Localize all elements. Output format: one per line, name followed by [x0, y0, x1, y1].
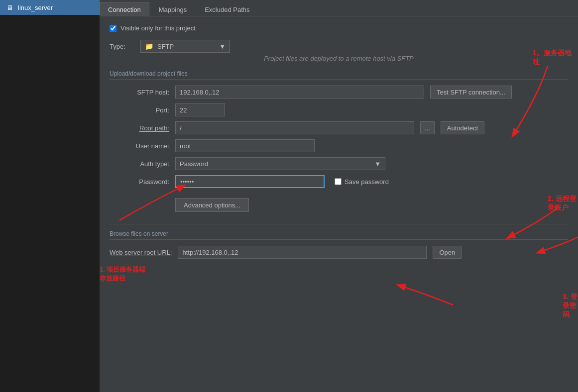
tab-excluded-paths[interactable]: Excluded Paths [196, 2, 258, 16]
password-input[interactable] [175, 175, 325, 188]
upload-section-header: Upload/download project files [110, 70, 568, 80]
sidebar-item-label: linux_server [18, 4, 53, 11]
sftp-host-label: SFTP host: [110, 89, 169, 96]
auth-type-select[interactable]: Password Key pair OpenSSH config and aut… [176, 158, 385, 170]
annotation-arrow-4 [368, 265, 468, 315]
auth-type-label: Auth type: [110, 160, 169, 168]
web-server-row: Web server root URL: Open [110, 246, 568, 259]
dropdown-arrow-icon: ▼ [219, 43, 226, 50]
port-row: Port: [110, 103, 568, 116]
visible-only-row: Visible only for this project [110, 24, 568, 32]
sftp-host-row: SFTP host: Test SFTP connection... [110, 86, 568, 98]
sidebar: 🖥 linux_server [0, 0, 100, 392]
browse-button[interactable]: ... [420, 121, 435, 134]
main-panel: Connection Mappings Excluded Paths Visib… [100, 0, 578, 392]
sftp-icon: 📁 [145, 42, 153, 50]
auth-type-select-wrapper: Password Key pair OpenSSH config and aut… [175, 157, 385, 170]
visible-only-checkbox[interactable] [110, 25, 116, 32]
save-password-label: Save password [345, 178, 389, 186]
user-name-row: User name: [110, 139, 568, 152]
browse-section: Browse files on server Web server root U… [110, 224, 568, 259]
port-input[interactable] [175, 103, 225, 116]
tab-connection[interactable]: Connection [100, 2, 149, 16]
web-server-label: Web server root URL: [110, 249, 172, 256]
type-label: Type: [110, 43, 134, 50]
root-path-input[interactable] [175, 121, 414, 134]
type-row: Type: 📁 SFTP ▼ [110, 40, 568, 53]
content-area: Visible only for this project Type: 📁 SF… [100, 16, 578, 392]
advanced-options-button[interactable]: Advanced options... [175, 198, 249, 212]
open-button[interactable]: Open [433, 246, 462, 259]
web-server-input[interactable] [178, 246, 427, 259]
tab-bar: Connection Mappings Excluded Paths [100, 0, 578, 16]
browse-section-header: Browse files on server [110, 230, 568, 240]
root-path-label: Root path: [110, 124, 169, 132]
server-icon: 🖥 [5, 3, 14, 12]
type-description: Project files are deployed to a remote h… [110, 55, 568, 62]
sftp-host-input[interactable] [175, 86, 424, 98]
visible-only-label: Visible only for this project [120, 24, 196, 32]
annotation-text-4: 1. 项目服务器端 存放路径 [100, 265, 145, 283]
type-value: SFTP [157, 43, 174, 50]
save-password-checkbox[interactable] [335, 178, 342, 185]
sidebar-item-linux-server[interactable]: 🖥 linux_server [0, 0, 100, 15]
password-label: Password: [110, 178, 169, 186]
save-password-row: Save password [335, 178, 389, 186]
user-name-label: User name: [110, 142, 169, 150]
advanced-options-row: Advanced options... [110, 193, 568, 212]
auth-type-row: Auth type: Password Key pair OpenSSH con… [110, 157, 568, 170]
user-name-input[interactable] [175, 139, 315, 152]
annotation-text-3: 3. 登录密码 [563, 293, 578, 319]
password-row: Password: Save password [110, 175, 568, 188]
type-dropdown[interactable]: 📁 SFTP ▼ [140, 40, 230, 53]
test-sftp-button[interactable]: Test SFTP connection... [430, 86, 512, 98]
port-label: Port: [110, 106, 169, 114]
root-path-row: Root path: ... Autodetect [110, 121, 568, 134]
autodetect-button[interactable]: Autodetect [441, 121, 484, 134]
tab-mappings[interactable]: Mappings [150, 2, 195, 16]
